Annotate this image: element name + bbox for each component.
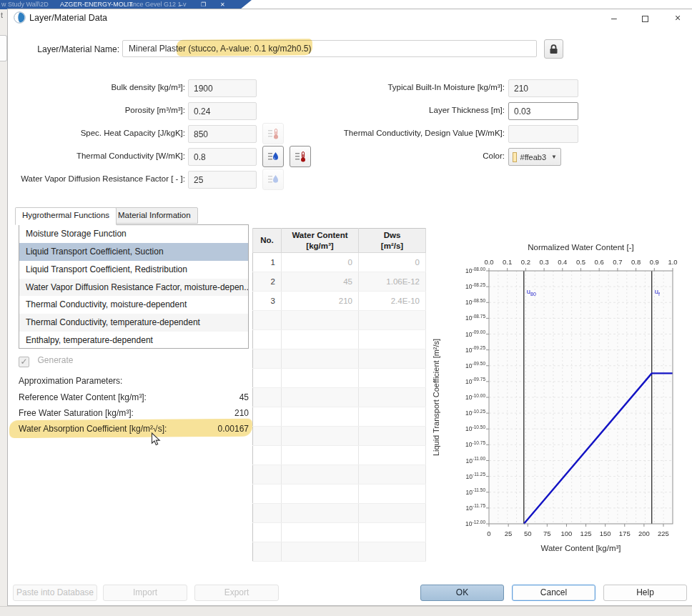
tab-material-information[interactable]: Material Information: [111, 207, 198, 224]
thermal-conductivity-input[interactable]: [188, 148, 257, 166]
svg-text:10-09.25: 10-09.25: [465, 345, 485, 354]
table-row[interactable]: [253, 369, 426, 388]
table-row[interactable]: [253, 330, 426, 349]
svg-text:0.3: 0.3: [539, 258, 548, 266]
vapor-resistance-input[interactable]: [188, 171, 257, 189]
svg-text:10-11.00: 10-11.00: [466, 456, 486, 465]
svg-text:225: 225: [658, 530, 669, 537]
color-dropdown[interactable]: #ffeab3 ▼: [508, 148, 561, 166]
svg-text:10-11.75: 10-11.75: [466, 503, 486, 512]
generate-checkbox[interactable]: ✓ Generate: [19, 354, 74, 367]
reference-water-content-row: Reference Water Content [kg/m³]: 45: [19, 392, 249, 408]
hygrothermal-function-list: Moisture Storage Function Liquid Transpo…: [19, 224, 249, 349]
vapor-resistance-label: Water Vapor Diffusion Resistance Factor …: [15, 174, 185, 183]
table-row[interactable]: [253, 446, 426, 465]
table-row[interactable]: [253, 465, 426, 485]
layer-thickness-label: Layer Thickness [m]:: [333, 106, 505, 114]
free-water-saturation-label: Free Water Saturation [kg/m³]:: [19, 408, 134, 424]
background-left-strip: t: [0, 9, 7, 606]
dialog-minimize-icon[interactable]: –: [608, 12, 620, 24]
svg-text:175: 175: [619, 530, 631, 537]
heat-capacity-temperature-table-button[interactable]: [262, 123, 284, 144]
water-absorption-value: 0.00167: [218, 424, 249, 439]
list-droplet-icon: [267, 174, 280, 186]
table-row[interactable]: [253, 542, 426, 562]
heat-capacity-label: Spec. Heat Capacity [J/kgK]:: [15, 129, 185, 137]
col-no-header[interactable]: No.: [253, 229, 282, 253]
reference-water-content-label: Reference Water Content [kg/m³]:: [19, 392, 147, 408]
list-item-vapor-resistance-moisture[interactable]: Water Vapor Diffusion Resistance Factor,…: [19, 279, 248, 297]
svg-text:25: 25: [505, 530, 513, 537]
svg-text:Normalized Water Content [-]: Normalized Water Content [-]: [528, 243, 633, 252]
dialog-maximize-icon[interactable]: [642, 16, 648, 22]
svg-text:1.0: 1.0: [668, 258, 677, 266]
export-button[interactable]: Export: [194, 585, 279, 601]
table-row[interactable]: 32102.4E-10: [253, 292, 426, 311]
bulk-density-label: Bulk density [kg/m³]:: [15, 83, 185, 91]
svg-text:Liquid Transport Coefficient [: Liquid Transport Coefficient [m²/s]: [432, 339, 440, 456]
design-conductivity-input[interactable]: [508, 125, 578, 143]
list-item-enthalpy-temperature[interactable]: Enthalpy, temperature-dependent: [19, 332, 248, 349]
bulk-density-input[interactable]: [188, 79, 257, 97]
svg-text:10-12.00: 10-12.00: [465, 520, 485, 528]
table-row[interactable]: [253, 427, 426, 446]
dialog-title: Layer/Material Data: [29, 13, 107, 23]
table-row[interactable]: 100: [253, 253, 426, 272]
table-row[interactable]: [253, 388, 426, 407]
background-bottom-strip: [0, 606, 692, 616]
svg-text:10-09.00: 10-09.00: [465, 329, 485, 338]
porosity-input[interactable]: [188, 102, 257, 120]
svg-text:10-10.50: 10-10.50: [465, 424, 485, 433]
thermal-conductivity-moisture-table-button[interactable]: [262, 146, 284, 167]
background-edge-text: t: [1, 11, 3, 19]
svg-text:0.6: 0.6: [595, 258, 604, 266]
svg-text:50: 50: [524, 530, 532, 537]
list-droplet-icon: [267, 151, 280, 163]
list-item-thermal-conductivity-moisture[interactable]: Thermal Conductivity, moisture-dependent: [19, 296, 248, 314]
vapor-resistance-moisture-table-button[interactable]: [262, 169, 284, 190]
color-value: #ffeab3: [520, 153, 547, 162]
table-row[interactable]: [253, 349, 426, 369]
table-row[interactable]: [253, 311, 426, 330]
thermal-conductivity-temperature-table-button[interactable]: [290, 146, 311, 167]
svg-text:200: 200: [638, 530, 650, 537]
background-partial-button: [0, 35, 7, 61]
list-item-liquid-transport-suction[interactable]: Liquid Transport Coefficient, Suction: [19, 243, 248, 261]
paste-into-database-button[interactable]: Paste into Database: [13, 585, 97, 601]
list-item-moisture-storage[interactable]: Moisture Storage Function: [19, 225, 248, 243]
table-row[interactable]: [253, 523, 426, 542]
svg-text:10-09.50: 10-09.50: [465, 361, 485, 369]
list-thermometer-icon: [267, 128, 280, 140]
cancel-button[interactable]: Cancel: [512, 585, 595, 601]
svg-text:0.2: 0.2: [521, 258, 530, 266]
lock-button[interactable]: [544, 39, 563, 59]
heat-capacity-input[interactable]: [188, 125, 257, 143]
tab-hygrothermal-functions[interactable]: Hygrothermal Functions: [15, 207, 117, 225]
list-item-liquid-transport-redistribution[interactable]: Liquid Transport Coefficient, Redistribu…: [19, 261, 248, 279]
col-water-content-header[interactable]: Water Content[kg/m³]: [282, 229, 359, 253]
list-item-thermal-conductivity-temperature[interactable]: Thermal Conductivity, temperature-depend…: [19, 314, 248, 332]
import-button[interactable]: Import: [103, 585, 187, 601]
lock-icon: [549, 44, 558, 54]
table-row[interactable]: [253, 504, 426, 523]
builtin-moisture-input[interactable]: [508, 79, 578, 97]
table-header-row: No. Water Content[kg/m³] Dws[m²/s]: [253, 229, 426, 253]
svg-text:0.1: 0.1: [503, 258, 512, 266]
help-button[interactable]: Help: [603, 585, 687, 601]
svg-text:10-10.75: 10-10.75: [465, 440, 485, 449]
table-row[interactable]: 2451.06E-12: [253, 272, 426, 292]
svg-text:0.8: 0.8: [631, 258, 641, 266]
layer-thickness-input[interactable]: [508, 102, 578, 120]
table-row[interactable]: [253, 485, 426, 504]
svg-text:0.0: 0.0: [484, 258, 493, 266]
material-name-input[interactable]: Mineral Plaster (stucco, A-value: 0.1 kg…: [122, 40, 537, 57]
col-dws-header[interactable]: Dws[m²/s]: [359, 229, 426, 253]
svg-text:150: 150: [600, 530, 611, 537]
dialog-close-icon[interactable]: ×: [672, 12, 683, 24]
thermal-conductivity-label: Thermal Conductivity [W/mK]:: [15, 151, 185, 160]
ok-button[interactable]: OK: [420, 585, 504, 601]
table-row[interactable]: [253, 407, 426, 427]
builtin-moisture-label: Typical Built-In Moisture [kg/m³]:: [333, 83, 505, 91]
svg-text:0.9: 0.9: [650, 258, 659, 266]
svg-text:10-09.75: 10-09.75: [465, 377, 485, 385]
